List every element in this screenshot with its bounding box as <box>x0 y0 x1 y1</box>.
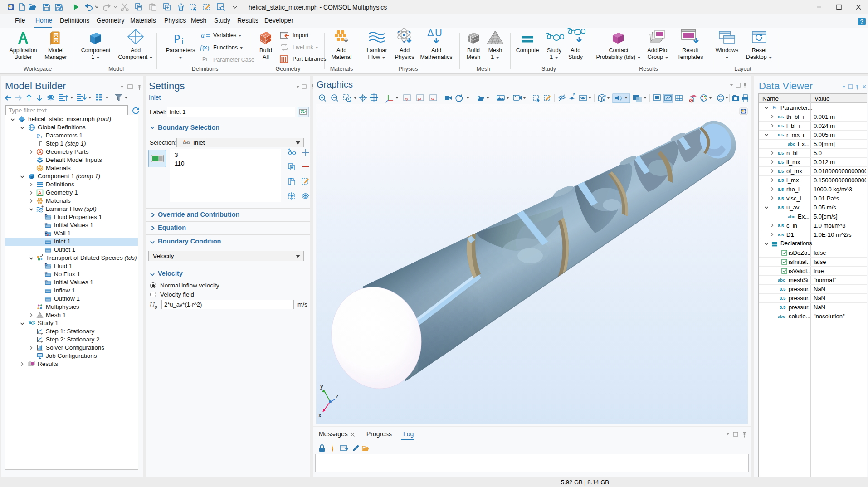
svg-text:D: D <box>45 222 48 226</box>
svg-text:(: ( <box>202 44 205 51</box>
svg-text:xz: xz <box>431 97 434 101</box>
svg-text:y: y <box>320 383 323 390</box>
svg-text:A: A <box>39 149 42 155</box>
svg-text:D: D <box>45 230 48 234</box>
svg-text:): ) <box>207 44 209 51</box>
svg-text:z: z <box>336 393 339 399</box>
svg-text:U: U <box>435 27 442 39</box>
svg-text:D: D <box>45 271 48 275</box>
svg-text:yz: yz <box>418 97 421 101</box>
svg-text:Δ: Δ <box>427 27 434 39</box>
svg-text:i: i <box>181 37 184 45</box>
svg-text:i: i <box>41 135 42 139</box>
svg-text:D: D <box>45 263 48 267</box>
svg-text:P: P <box>37 132 40 139</box>
svg-text:a: a <box>201 32 205 39</box>
svg-text:x: x <box>318 412 322 419</box>
svg-text:P: P <box>173 32 180 45</box>
svg-text:D: D <box>45 279 48 283</box>
svg-text:A: A <box>38 190 42 195</box>
svg-text:xy: xy <box>405 97 408 101</box>
svg-text:D: D <box>45 214 48 218</box>
